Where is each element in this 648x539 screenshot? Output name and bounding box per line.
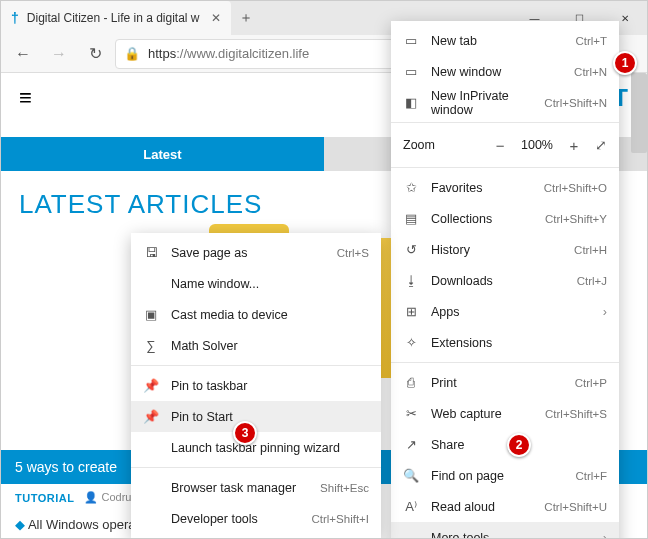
submenu-save-page[interactable]: 🖫Save page asCtrl+S — [131, 237, 381, 268]
menu-read-aloud[interactable]: A⁾Read aloudCtrl+Shift+U — [391, 491, 619, 522]
submenu-cast[interactable]: ▣Cast media to device — [131, 299, 381, 330]
back-button[interactable]: ← — [7, 38, 39, 70]
submenu-dev-tools[interactable]: Developer toolsCtrl+Shift+I — [131, 503, 381, 534]
menu-favorites[interactable]: ✩FavoritesCtrl+Shift+O — [391, 172, 619, 203]
new-tab-button[interactable]: ＋ — [231, 1, 261, 35]
zoom-label: Zoom — [403, 138, 479, 152]
zoom-value: 100% — [521, 138, 553, 152]
settings-menu: ▭New tabCtrl+T ▭New windowCtrl+N ◧New In… — [391, 21, 619, 539]
more-tools-submenu: 🖫Save page asCtrl+S Name window... ▣Cast… — [131, 233, 381, 538]
zoom-out-button[interactable]: − — [489, 137, 511, 154]
menu-inprivate[interactable]: ◧New InPrivate windowCtrl+Shift+N — [391, 87, 619, 118]
favicon-icon: † — [11, 10, 19, 26]
star-icon: ✩ — [403, 180, 419, 195]
menu-web-capture[interactable]: ✂Web captureCtrl+Shift+S — [391, 398, 619, 429]
submenu-name-window[interactable]: Name window... — [131, 268, 381, 299]
menu-separator — [391, 167, 619, 168]
chevron-right-icon: › — [603, 531, 607, 540]
menu-extensions[interactable]: ✧Extensions — [391, 327, 619, 358]
menu-downloads[interactable]: ⭳DownloadsCtrl+J — [391, 265, 619, 296]
print-icon: ⎙ — [403, 375, 419, 390]
submenu-math-solver[interactable]: ∑Math Solver — [131, 330, 381, 361]
menu-more-tools[interactable]: More tools› — [391, 522, 619, 539]
tab-latest[interactable]: Latest — [1, 137, 324, 171]
callout-2: 2 — [507, 433, 531, 457]
browser-tab[interactable]: † Digital Citizen - Life in a digital w … — [1, 1, 231, 35]
submenu-task-manager[interactable]: Browser task managerShift+Esc — [131, 472, 381, 503]
menu-new-tab[interactable]: ▭New tabCtrl+T — [391, 25, 619, 56]
menu-print[interactable]: ⎙PrintCtrl+P — [391, 367, 619, 398]
url-text: https://www.digitalcitizen.life — [148, 46, 309, 61]
new-tab-icon: ▭ — [403, 33, 419, 48]
refresh-button[interactable]: ↻ — [79, 38, 111, 70]
menu-history[interactable]: ↺HistoryCtrl+H — [391, 234, 619, 265]
zoom-in-button[interactable]: + — [563, 137, 585, 154]
cast-icon: ▣ — [143, 307, 159, 322]
submenu-pin-taskbar[interactable]: 📌Pin to taskbar — [131, 370, 381, 401]
apps-icon: ⊞ — [403, 304, 419, 319]
menu-separator — [131, 467, 381, 468]
extensions-icon: ✧ — [403, 335, 419, 350]
hamburger-icon[interactable]: ≡ — [19, 85, 32, 111]
collections-icon: ▤ — [403, 211, 419, 226]
pin-icon: 📌 — [143, 378, 159, 393]
menu-zoom: Zoom − 100% + ⤢ — [391, 127, 619, 163]
menu-apps[interactable]: ⊞Apps› — [391, 296, 619, 327]
menu-separator — [391, 122, 619, 123]
close-tab-icon[interactable]: ✕ — [211, 11, 221, 25]
scrollbar-thumb[interactable] — [631, 73, 647, 153]
menu-find[interactable]: 🔍Find on pageCtrl+F — [391, 460, 619, 491]
save-icon: 🖫 — [143, 245, 159, 260]
inprivate-icon: ◧ — [403, 95, 419, 110]
fullscreen-button[interactable]: ⤢ — [595, 137, 607, 153]
read-aloud-icon: A⁾ — [403, 499, 419, 514]
callout-1: 1 — [613, 51, 637, 75]
menu-separator — [131, 365, 381, 366]
forward-button[interactable]: → — [43, 38, 75, 70]
menu-share[interactable]: ↗Share — [391, 429, 619, 460]
tab-title: Digital Citizen - Life in a digital w — [27, 11, 203, 25]
menu-collections[interactable]: ▤CollectionsCtrl+Shift+Y — [391, 203, 619, 234]
callout-3: 3 — [233, 421, 257, 445]
history-icon: ↺ — [403, 242, 419, 257]
math-icon: ∑ — [143, 338, 159, 353]
share-icon: ↗ — [403, 437, 419, 452]
capture-icon: ✂ — [403, 406, 419, 421]
search-icon: 🔍 — [403, 468, 419, 483]
pin-icon: 📌 — [143, 409, 159, 424]
chevron-right-icon: › — [603, 305, 607, 319]
article-tag: TUTORIAL — [15, 492, 74, 504]
downloads-icon: ⭳ — [403, 273, 419, 288]
menu-new-window[interactable]: ▭New windowCtrl+N — [391, 56, 619, 87]
lock-icon: 🔒 — [124, 46, 140, 61]
new-window-icon: ▭ — [403, 64, 419, 79]
menu-separator — [391, 362, 619, 363]
